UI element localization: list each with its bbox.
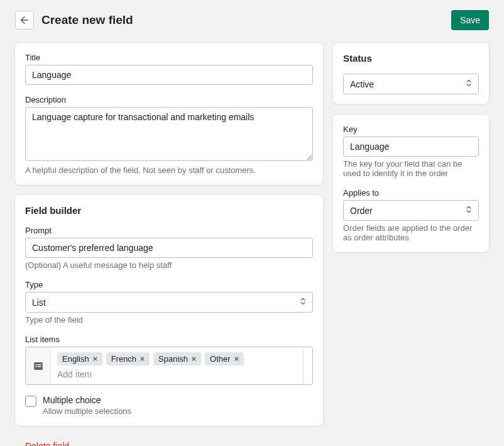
type-label: Type: [25, 280, 313, 289]
list-item-tag: French: [106, 352, 150, 365]
status-select[interactable]: Active: [343, 74, 479, 94]
status-label: Status: [343, 53, 479, 64]
checkbox-label-group: Multiple choice Allow multiple selection…: [43, 395, 131, 416]
save-button[interactable]: Save: [451, 10, 489, 30]
list-content: English French Spanish: [51, 347, 304, 384]
title-field-group: Title: [25, 53, 313, 85]
key-help: The key for your field that can be used …: [343, 159, 479, 178]
type-select[interactable]: List: [25, 292, 313, 313]
select-icon: [464, 79, 473, 89]
add-item-input[interactable]: [57, 369, 297, 379]
svg-rect-5: [37, 366, 41, 367]
status-value: Active: [350, 79, 374, 89]
main-columns: Title Description Language capture for t…: [15, 43, 489, 446]
back-button[interactable]: [15, 11, 34, 30]
type-value: List: [32, 298, 46, 308]
type-field-group: Type List Type of the field: [25, 280, 313, 325]
list-icon-col: [26, 347, 51, 384]
prompt-help: (Optional) A useful message to help staf…: [25, 260, 313, 270]
tag-label: French: [111, 354, 136, 364]
description-help: A helpful description of the field. Not …: [25, 165, 313, 175]
prompt-field-group: Prompt (Optional) A useful message to he…: [25, 226, 313, 270]
type-help: Type of the field: [25, 315, 313, 325]
tag-label: English: [62, 354, 89, 364]
applies-value: Order: [350, 206, 373, 216]
applies-help: Order fields are applied to the order as…: [343, 223, 479, 242]
key-applies-card: Key The key for your field that can be u…: [333, 114, 489, 252]
description-field-group: Description Language capture for transac…: [25, 95, 313, 175]
svg-rect-4: [35, 366, 36, 367]
title-description-card: Title Description Language capture for t…: [15, 43, 323, 185]
field-builder-card: Field builder Prompt (Optional) A useful…: [15, 195, 323, 426]
tag-row: English French Spanish: [57, 352, 297, 365]
svg-rect-3: [37, 364, 41, 365]
header-bar: Create new field Save: [15, 10, 489, 30]
tag-label: Other: [210, 354, 231, 364]
list-items-label: List items: [25, 335, 313, 344]
svg-rect-2: [35, 364, 36, 365]
tag-label: Spanish: [158, 354, 188, 364]
description-label: Description: [25, 95, 313, 104]
prompt-input[interactable]: [25, 238, 313, 258]
arrow-left-icon: [19, 14, 30, 26]
select-icon: [299, 297, 307, 308]
status-card: Status Active: [333, 43, 489, 104]
left-column: Title Description Language capture for t…: [15, 43, 323, 446]
multiple-choice-sublabel: Allow multiple selections: [43, 406, 131, 416]
applies-select[interactable]: Order: [343, 200, 479, 221]
tag-remove-button[interactable]: [190, 355, 197, 362]
tag-remove-button[interactable]: [139, 355, 146, 362]
description-input[interactable]: Language capture for transactional and m…: [25, 107, 313, 161]
list-item-tag: Other: [205, 352, 244, 365]
tag-remove-button[interactable]: [233, 355, 240, 362]
key-label: Key: [343, 125, 479, 134]
select-icon: [464, 205, 473, 216]
key-field-group: Key The key for your field that can be u…: [343, 125, 479, 178]
right-column: Status Active Key The key for your field…: [333, 43, 489, 252]
list-item-tag: Spanish: [153, 352, 201, 365]
list-item-tag: English: [57, 352, 102, 365]
applies-field-group: Applies to Order Order fields are applie…: [343, 188, 479, 242]
tag-remove-button[interactable]: [92, 355, 99, 362]
header-left: Create new field: [15, 11, 133, 30]
list-icon: [33, 360, 44, 372]
key-input[interactable]: [343, 137, 479, 157]
multiple-choice-checkbox[interactable]: [25, 396, 36, 407]
list-items-group: List items English French: [25, 335, 313, 385]
field-builder-title: Field builder: [25, 205, 313, 216]
applies-label: Applies to: [343, 188, 479, 198]
list-items-box: English French Spanish: [25, 347, 313, 385]
multiple-choice-label: Multiple choice: [43, 395, 131, 405]
delete-field-link[interactable]: Delete field: [15, 441, 323, 446]
title-label: Title: [25, 53, 313, 62]
multiple-choice-row: Multiple choice Allow multiple selection…: [25, 395, 313, 416]
title-input[interactable]: [25, 65, 313, 85]
page-title: Create new field: [41, 13, 133, 27]
prompt-label: Prompt: [25, 226, 313, 235]
